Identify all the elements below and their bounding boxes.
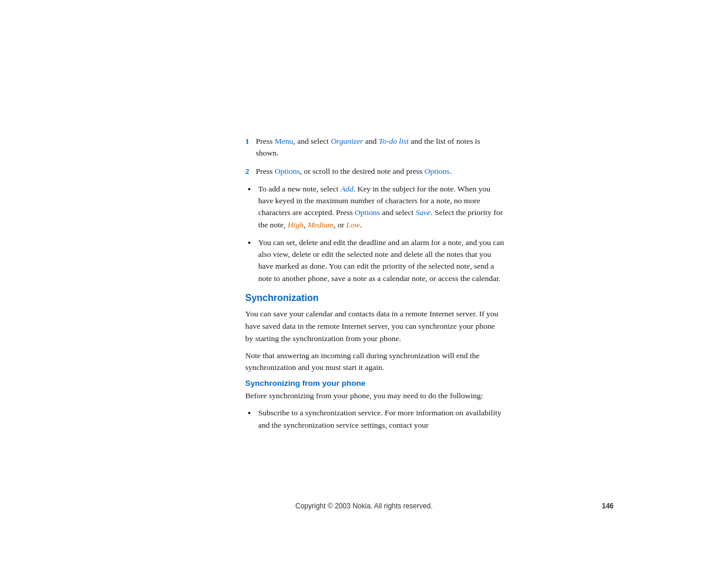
page: 1 Press Menu, and select Organizer and T… (0, 0, 728, 562)
options-link-2[interactable]: Options (424, 167, 450, 176)
numbered-item-1: 1 Press Menu, and select Organizer and T… (245, 135, 505, 160)
footer-copyright: Copyright © 2003 Nokia. All rights reser… (295, 502, 433, 510)
subscribe-bullet-dot: • (245, 407, 258, 431)
bullet-item-1: • To add a new note, select Add. Key in … (245, 183, 505, 231)
organizer-link: Organizer (331, 137, 363, 146)
sync-from-phone-heading: Synchronizing from your phone (245, 379, 505, 388)
list-number-1: 1 (245, 135, 256, 160)
footer: Copyright © 2003 Nokia. All rights reser… (0, 502, 728, 510)
list-item-2-text: Press Options, or scroll to the desired … (256, 166, 505, 177)
sync-paragraph-1: You can save your calendar and contacts … (245, 308, 505, 345)
content-area: 1 Press Menu, and select Organizer and T… (245, 135, 505, 437)
bullet-2-dot: • (245, 237, 258, 285)
list-number-2: 2 (245, 166, 256, 177)
bullet-1-text: To add a new note, select Add. Key in th… (258, 183, 505, 231)
synchronization-heading: Synchronization (245, 293, 505, 303)
bullet-item-2: • You can set, delete and edit the deadl… (245, 237, 505, 285)
sync-before-paragraph: Before synchronizing from your phone, yo… (245, 390, 505, 402)
subscribe-bullet: • Subscribe to a synchronization service… (245, 407, 505, 431)
sync-paragraph-2: Note that answering an incoming call dur… (245, 350, 505, 375)
list-item-1-text: Press Menu, and select Organizer and To-… (256, 135, 505, 160)
bullet-1-dot: • (245, 183, 258, 231)
menu-link[interactable]: Menu (275, 137, 294, 146)
bullet-2-text: You can set, delete and edit the deadlin… (258, 237, 505, 285)
options-link-1[interactable]: Options (275, 167, 300, 176)
todo-link: To-do list (378, 137, 409, 146)
numbered-item-2: 2 Press Options, or scroll to the desire… (245, 166, 505, 177)
subscribe-bullet-text: Subscribe to a synchronization service. … (258, 407, 505, 431)
footer-page-number: 146 (602, 502, 614, 510)
options-link-3[interactable]: Options (355, 208, 380, 217)
